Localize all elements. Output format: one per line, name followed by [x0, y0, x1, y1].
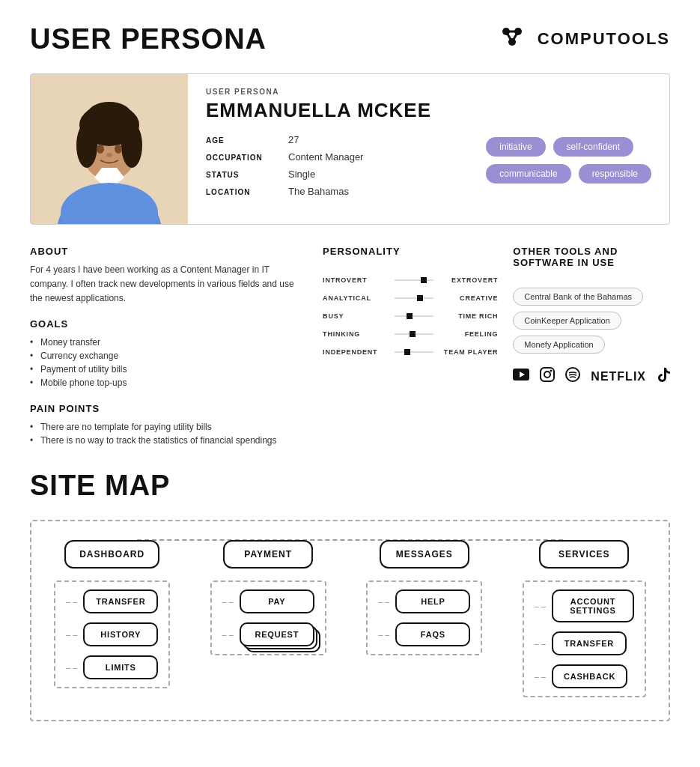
slider-label-left: BUSY [323, 312, 390, 320]
col-other-tools: OTHER TOOLS ANDSOFTWARE IN USE Central B… [513, 246, 670, 447]
sitemap-child-limits: LIMITS [83, 655, 158, 679]
dash-connector: – – [535, 639, 546, 648]
slider-label-right: TEAM PLAYER [438, 348, 498, 356]
slider-analytical: ANALYTICAL CREATIVE [323, 294, 498, 302]
tag-initiative: initiative [486, 137, 545, 157]
sitemap-child-request-stack: REQUEST [240, 622, 314, 646]
slider-label-right: TIME RICH [438, 312, 498, 320]
dash-connector: – – [535, 672, 546, 681]
status-label: STATUS [206, 171, 288, 179]
pain-point-item: There are no template for paying utility… [30, 420, 300, 434]
goal-item: Currency exchange [30, 349, 300, 363]
goals-list: Money transfer Currency exchange Payment… [30, 336, 300, 389]
sitemap-children-messages: – – HELP – – FAQS [366, 580, 482, 655]
sitemap-title: SITE MAP [30, 470, 670, 502]
svg-point-23 [544, 372, 550, 378]
slider-dot [410, 331, 416, 337]
occupation-value: Content Manager [288, 151, 363, 163]
sitemap-child-account-settings-row: – – ACCOUNTSETTINGS [535, 589, 634, 622]
sitemap-child-transfer-row: – – TRANSFER [66, 589, 158, 613]
persona-fields: AGE 27 OCCUPATION Content Manager STATUS… [206, 134, 456, 203]
page-title: USER PERSONA [30, 23, 267, 55]
about-title: ABOUT [30, 246, 300, 257]
goal-item: Payment of utility bills [30, 363, 300, 376]
tag-row-1: initiative self-confident [486, 137, 651, 157]
sitemap-col-dashboard: DASHBOARD – – TRANSFER – – HISTORY – – L… [54, 540, 170, 697]
status-row: STATUS Single [206, 169, 456, 180]
location-value: The Bahamas [288, 186, 349, 197]
age-row: AGE 27 [206, 134, 456, 145]
dash-connector: – – [222, 630, 234, 639]
slider-label-left: INDEPENDENT [323, 348, 390, 356]
sitemap-child-history: HISTORY [83, 622, 158, 646]
slider-track [395, 297, 433, 299]
sitemap-child-history-row: – – HISTORY [66, 622, 158, 646]
col-about: ABOUT For 4 years I have been working as… [30, 246, 323, 447]
tool-chip-1: Central Bank of the Bahamas [513, 288, 643, 306]
slider-introvert: INTROVERT EXTROVERT [323, 276, 498, 284]
sitemap-children-dashboard: – – TRANSFER – – HISTORY – – LIMITS [54, 580, 170, 688]
tag-communicable: communicable [486, 164, 570, 184]
slider-label-right: EXTROVERT [438, 276, 498, 284]
sitemap-child-request: REQUEST [240, 622, 314, 646]
goals-title: GOALS [30, 318, 300, 330]
sitemap-child-transfer2: TRANSFER [552, 631, 627, 655]
spotify-icon [565, 367, 580, 386]
slider-label-right: CREATIVE [438, 294, 498, 302]
persona-info: USER PERSONA EMMANUELLA MCKEE AGE 27 OCC… [188, 74, 669, 224]
sitemap-child-transfer2-row: – – TRANSFER [535, 631, 634, 655]
sitemap-parent-services: SERVICES [539, 540, 629, 569]
sitemap-parent-dashboard: DASHBOARD [64, 540, 159, 569]
logo-area: COMPUTOOLS [494, 22, 670, 55]
sitemap-child-request-row: – – REQUEST [222, 622, 314, 646]
tag-responsible: responsible [579, 164, 651, 184]
youtube-icon [513, 369, 529, 384]
tag-row-2: communicable responsible [486, 164, 651, 184]
location-label: LOCATION [206, 188, 288, 196]
dash-connector: – – [378, 630, 389, 639]
occupation-row: OCCUPATION Content Manager [206, 151, 456, 163]
persona-label: USER PERSONA [206, 88, 651, 96]
svg-point-12 [76, 123, 97, 168]
sitemap-parent-payment: PAYMENT [223, 540, 313, 569]
status-value: Single [288, 169, 315, 180]
other-tools-title: OTHER TOOLS ANDSOFTWARE IN USE [513, 246, 670, 268]
slider-dot [421, 277, 427, 283]
sitemap-child-limits-row: – – LIMITS [66, 655, 158, 679]
page-header: USER PERSONA COMPUTOOLS [30, 22, 670, 55]
dash-connector: – – [222, 597, 234, 606]
dash-connector: – – [66, 630, 77, 639]
about-text: For 4 years I have been working as a Con… [30, 263, 300, 306]
slider-label-left: THINKING [323, 330, 390, 338]
goal-item: Mobile phone top-ups [30, 376, 300, 389]
age-label: AGE [206, 136, 288, 145]
dash-connector: – – [66, 663, 77, 672]
pain-point-item: There is no way to track the statistics … [30, 434, 300, 447]
slider-label-right: FEELING [438, 330, 498, 338]
svg-point-24 [550, 370, 553, 372]
sitemap-grid: DASHBOARD – – TRANSFER – – HISTORY – – L… [54, 540, 646, 697]
sitemap-col-services: SERVICES – – ACCOUNTSETTINGS – – TRANSFE… [523, 540, 646, 697]
occupation-label: OCCUPATION [206, 154, 288, 162]
personality-title: PERSONALITY [323, 246, 498, 257]
dash-connector: – – [66, 597, 77, 606]
slider-dot [407, 313, 413, 319]
sitemap-col-messages: MESSAGES – – HELP – – FAQS [366, 540, 482, 697]
sitemap-section: SITE MAP DASHBOARD – – TRANSFER – – HIST… [30, 470, 670, 721]
goal-item: Money transfer [30, 336, 300, 349]
svg-point-14 [87, 102, 132, 129]
sitemap-child-account-settings: ACCOUNTSETTINGS [552, 589, 634, 622]
netflix-icon: NETFLIX [591, 370, 646, 384]
pain-points-list: There are no template for paying utility… [30, 420, 300, 447]
slider-dot [404, 349, 410, 355]
svg-point-19 [106, 153, 112, 157]
persona-tags: initiative self-confident communicable r… [486, 134, 651, 203]
persona-card: USER PERSONA EMMANUELLA MCKEE AGE 27 OCC… [30, 73, 670, 225]
sitemap-col-payment: PAYMENT – – PAY – – REQUEST [210, 540, 326, 697]
sitemap-child-pay: PAY [240, 589, 314, 613]
tool-chip-3: Monefy Application [513, 336, 604, 354]
sitemap-child-cashback: CASHBACK [552, 664, 627, 688]
sitemap-child-faqs: FAQS [395, 622, 470, 646]
instagram-icon [540, 367, 555, 386]
sitemap-child-faqs-row: – – FAQS [378, 622, 470, 646]
